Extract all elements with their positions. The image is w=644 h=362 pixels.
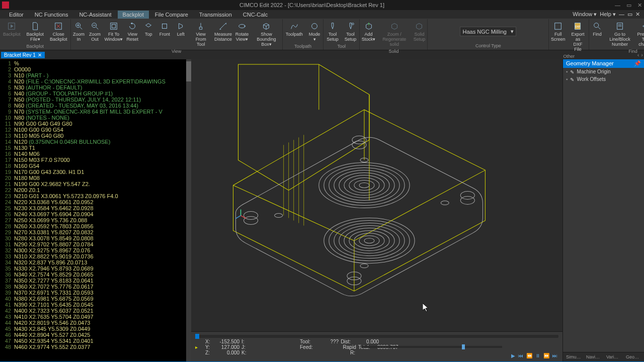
ribbon-mode-button[interactable]: Mode ▾ bbox=[306, 20, 324, 43]
code-editor[interactable]: 1%2O00003N10 (PART - )4N20 (FILE - C:\ON… bbox=[0, 59, 191, 361]
menu-right-item[interactable]: ▭ bbox=[627, 11, 632, 18]
menu-right-item[interactable]: ✕ bbox=[635, 11, 640, 18]
tab-nav-prev-icon[interactable]: ‹ bbox=[637, 52, 639, 58]
code-scrollbar[interactable] bbox=[186, 59, 191, 361]
ribbon-left-button[interactable]: Left bbox=[173, 20, 189, 48]
3d-viewport[interactable] bbox=[191, 59, 562, 331]
playback-forward-button[interactable]: ⏩ bbox=[543, 353, 549, 358]
menu-right-item[interactable]: Help ▾ bbox=[600, 11, 616, 18]
code-line[interactable]: 2O0000 bbox=[0, 66, 191, 72]
tree-item-work-offsets[interactable]: ▪✎Work Offsets bbox=[563, 75, 644, 83]
code-line[interactable]: 43N410 X2.7635 Y5.5704 Z0.0497 bbox=[0, 314, 191, 320]
ribbon-full-button[interactable]: Full Screen bbox=[549, 20, 567, 53]
document-tab-active[interactable]: Bracket Rev 1 ✕ bbox=[1, 52, 45, 58]
window-close-button[interactable]: ✕ bbox=[637, 2, 642, 9]
timeline-slider[interactable] bbox=[195, 335, 558, 338]
code-line[interactable]: 13N110 M05 G40 G80 bbox=[0, 133, 191, 139]
geometry-manager-header[interactable]: Geometry Manager 📌 bbox=[563, 59, 644, 68]
code-line[interactable]: 40N380 X2.6981 Y5.6875 Z0.0569 bbox=[0, 296, 191, 302]
code-line[interactable]: 22N200 Z0.1 bbox=[0, 187, 191, 193]
code-line[interactable]: 23N210 G01 X3.0061 Y5.5723 Z0.0976 F4.0 bbox=[0, 193, 191, 199]
code-line[interactable]: 41N390 X2.7101 Y5.6435 Z0.0545 bbox=[0, 302, 191, 308]
code-line[interactable]: 4N20 (FILE - C:\ONECNC-XR8\MILL 3D EXPER… bbox=[0, 78, 191, 84]
ribbon-rotate-button[interactable]: Rotate View▾ bbox=[233, 20, 251, 48]
side-tab-variables[interactable]: Variables bbox=[604, 353, 623, 360]
ribbon-zoom-button[interactable]: Zoom Out bbox=[87, 20, 103, 48]
ribbon-front-button[interactable]: Front bbox=[156, 20, 173, 48]
menu-backplot[interactable]: Backplot bbox=[118, 11, 149, 19]
ribbon-tool-button[interactable]: Tool Setup bbox=[342, 20, 360, 43]
ribbon-close-button[interactable]: Close Backplot bbox=[47, 20, 70, 43]
code-line[interactable]: 12N100 G00 G90 G54 bbox=[0, 127, 191, 133]
ribbon-fit-to-button[interactable]: Fit To Window▾ bbox=[103, 20, 125, 48]
ribbon-top-button[interactable]: Top bbox=[140, 20, 156, 48]
menu-transmission[interactable]: Transmission bbox=[194, 11, 237, 19]
side-tab-simulati[interactable]: Simulati… bbox=[564, 353, 583, 360]
side-tab-geomet[interactable]: Geomet… bbox=[624, 353, 643, 360]
code-line[interactable]: 35N330 X2.7946 Y5.8793 Z0.0689 bbox=[0, 265, 191, 272]
code-line[interactable]: 28N260 X3.0592 Y5.7803 Z0.0856 bbox=[0, 223, 191, 229]
code-line[interactable]: 39N370 X2.6971 Y5.7331 Z0.0593 bbox=[0, 290, 191, 296]
side-tab-navigat[interactable]: Navigat… bbox=[584, 353, 603, 360]
code-line[interactable]: 6N40 (GROUP - TOOLPATH GROUP #1) bbox=[0, 90, 191, 97]
ribbon-view-from-button[interactable]: View From Tool bbox=[189, 20, 213, 48]
ribbon-find-button[interactable]: Find bbox=[589, 20, 605, 48]
speed-slider-handle[interactable] bbox=[462, 344, 465, 349]
code-line[interactable]: 46N440 X2.8904 Y5.527 Z0.0425 bbox=[0, 332, 191, 338]
ribbon-export-as-button[interactable]: DXFExport as DXF File bbox=[567, 20, 589, 53]
code-line[interactable]: 15N130 T1 bbox=[0, 145, 191, 151]
code-line[interactable]: 9N70 (SYSTEM- ONECNC-XR8 64 BIT MILL 3D … bbox=[0, 109, 191, 115]
pin-icon[interactable]: 📌 bbox=[634, 60, 641, 67]
code-line[interactable]: 45N430 X2.845 Y5.5309 Z0.0449 bbox=[0, 326, 191, 332]
ribbon-tool-button[interactable]: Tool Setup bbox=[324, 20, 342, 43]
code-line[interactable]: 31N290 X2.9702 Y5.8807 Z0.0784 bbox=[0, 241, 191, 247]
code-line[interactable]: 36N340 X2.7574 Y5.8529 Z0.0665 bbox=[0, 272, 191, 278]
code-line[interactable]: 25N230 X3.0584 Y5.6462 Z0.0928 bbox=[0, 205, 191, 211]
code-line[interactable]: 7N50 (POSTED - THURSDAY, JULY 14, 2022 1… bbox=[0, 97, 191, 103]
menu-right-item[interactable]: — bbox=[619, 11, 624, 18]
code-line[interactable]: 34N320 X2.837 Y5.896 Z0.0713 bbox=[0, 259, 191, 265]
expand-icon[interactable]: ▪ bbox=[566, 76, 568, 82]
tab-nav-next-icon[interactable]: › bbox=[641, 52, 643, 58]
code-line[interactable]: 26N240 X3.0697 Y5.6904 Z0.0904 bbox=[0, 211, 191, 217]
ribbon-view-button[interactable]: View Reset bbox=[124, 20, 140, 48]
scrollbar-thumb[interactable] bbox=[186, 61, 191, 81]
timeline-handle[interactable] bbox=[195, 334, 199, 339]
expand-icon[interactable]: ▪ bbox=[566, 69, 568, 74]
code-line[interactable]: 8N60 (CREATED - TUESDAY, MAY 03, 2016 13… bbox=[0, 103, 191, 109]
code-line[interactable]: 29N270 X3.0381 Y5.8207 Z0.0832 bbox=[0, 229, 191, 235]
code-line[interactable]: 10N80 (NOTES - NONE) bbox=[0, 115, 191, 121]
code-line[interactable]: 18N160 G54 bbox=[0, 163, 191, 169]
ribbon-measure-button[interactable]: Measure Distance bbox=[213, 20, 233, 48]
code-line[interactable]: 32N300 X2.9275 Y5.8967 Z0.076 bbox=[0, 247, 191, 253]
menu-nc-functions[interactable]: NC Functions bbox=[30, 11, 73, 19]
menu-right-item[interactable]: Window ▾ bbox=[573, 11, 597, 18]
code-line[interactable]: 30N280 X3.0078 Y5.8549 Z0.0808 bbox=[0, 235, 191, 241]
code-line[interactable]: 5N30 (AUTHOR - DEFAULT) bbox=[0, 84, 191, 90]
ribbon-previous-button[interactable]: Previous Tool change bbox=[634, 20, 644, 48]
tree-item-machine-origin[interactable]: ▪✎Machine Origin bbox=[563, 68, 644, 75]
code-line[interactable]: 47N450 X2.9354 Y5.5341 Z0.0401 bbox=[0, 338, 191, 344]
code-line[interactable]: 19N170 G00 G43 Z300. H1 D1 bbox=[0, 169, 191, 175]
code-line[interactable]: 14N120 (0.375INCH 0.045R BULLNOSE) bbox=[0, 139, 191, 145]
code-line[interactable]: 38N360 X2.7072 Y5.7776 Z0.0617 bbox=[0, 284, 191, 290]
code-line[interactable]: 33N310 X2.8822 Y5.9019 Z0.0736 bbox=[0, 253, 191, 259]
ribbon-backplot-button[interactable]: Backplot File▾ bbox=[24, 20, 47, 43]
code-line[interactable]: 21N190 G00 X2.9682 Y5.547 Z2. bbox=[0, 181, 191, 187]
code-line[interactable]: 20N180 M08 bbox=[0, 175, 191, 181]
playback-first-button[interactable]: ⏮ bbox=[518, 353, 523, 358]
playback-last-button[interactable]: ⏭ bbox=[552, 353, 557, 358]
code-line[interactable]: 11N90 G00 G40 G49 G80 bbox=[0, 121, 191, 127]
code-line[interactable]: 24N220 X3.0368 Y5.6061 Z0.0952 bbox=[0, 199, 191, 205]
code-line[interactable]: 17N150 M03 F7.0 S7000 bbox=[0, 157, 191, 163]
ribbon-go-to-line-block-button[interactable]: Go to Line/Block Number bbox=[605, 20, 634, 48]
code-line[interactable]: 44N420 X2.8019 Y5.546 Z0.0473 bbox=[0, 320, 191, 326]
ribbon-show-button[interactable]: Show Bounding Box▾ bbox=[251, 20, 282, 48]
speed-slider[interactable] bbox=[361, 346, 502, 348]
minimize-button[interactable]: — bbox=[615, 2, 620, 9]
ribbon-toolpath-button[interactable]: Toolpath bbox=[283, 20, 306, 43]
maximize-button[interactable]: ▭ bbox=[626, 2, 631, 9]
playback-pause-button[interactable]: ⏸ bbox=[535, 353, 540, 358]
playback-rewind-button[interactable]: ⏪ bbox=[526, 353, 532, 358]
menu-nc-assistant[interactable]: NC-Assistant bbox=[74, 11, 116, 19]
